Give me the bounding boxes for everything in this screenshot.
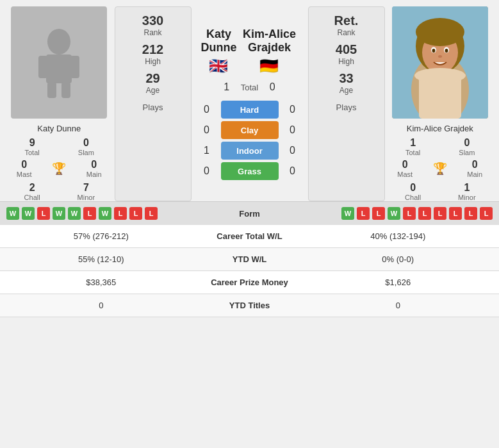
right-total: 1 Total	[388, 137, 439, 156]
grass-row: 0 Grass 0	[199, 162, 300, 180]
right-mast: 0 Mast	[397, 159, 413, 178]
left-rank: 330 Rank	[142, 13, 163, 37]
form-right-1: W	[341, 207, 354, 220]
right-high: 405 High	[336, 42, 357, 66]
left-name-top: Katy Dunne 🇬🇧	[199, 28, 239, 75]
form-left: W W L W W L W L L L	[6, 207, 220, 220]
clay-left: 0	[199, 124, 215, 136]
career-wl-right: 40% (132-194)	[307, 231, 489, 241]
ytd-wl-row: 55% (12-10) YTD W/L 0% (0-0)	[0, 248, 499, 271]
right-name-top: Kim-Alice Grajdek 🇩🇪	[238, 28, 300, 75]
grass-left: 0	[199, 165, 215, 177]
svg-rect-1	[46, 54, 72, 83]
hard-row: 0 Hard 0	[199, 101, 300, 119]
left-high: 212 High	[142, 42, 163, 66]
form-left-3: L	[37, 207, 50, 220]
form-left-1: W	[6, 207, 19, 220]
left-chall-minor: 2 Chall 7 Minor	[6, 182, 112, 201]
indoor-right: 0	[285, 145, 300, 156]
form-left-10: L	[145, 207, 158, 220]
form-right-7: L	[434, 207, 446, 220]
titles-label: YTD Titles	[192, 301, 307, 310]
left-player-col: Katy Dunne 9 Total 0 Slam 0 Mast 🏆	[6, 6, 112, 201]
svg-point-16	[416, 18, 464, 46]
grass-right: 0	[285, 165, 300, 177]
left-mast: 0 Mast	[17, 159, 32, 178]
form-right-8: L	[449, 207, 462, 220]
ytd-wl-right: 0% (0-0)	[307, 254, 489, 264]
hard-right: 0	[285, 104, 300, 115]
svg-point-13	[432, 49, 435, 53]
form-left-2: W	[22, 207, 35, 220]
right-flag: 🇩🇪	[238, 57, 300, 75]
total-label: Total	[241, 83, 258, 92]
form-right-4: W	[388, 207, 400, 220]
left-trophy-icon: 🏆	[52, 162, 66, 176]
right-stats-grid: 1 Total 0 Slam	[388, 137, 493, 156]
right-age: 33 Age	[339, 71, 353, 95]
clay-right: 0	[285, 124, 300, 136]
players-area: Katy Dunne 9 Total 0 Slam 0 Mast 🏆	[0, 0, 499, 201]
indoor-badge: Indoor	[221, 142, 279, 160]
form-left-6: L	[83, 207, 96, 220]
svg-point-14	[445, 49, 448, 53]
right-rank: Ret. Rank	[334, 13, 359, 37]
right-trophy-icon: 🏆	[433, 162, 447, 176]
svg-point-0	[47, 29, 70, 54]
svg-point-15	[438, 55, 442, 58]
total-left: 1	[219, 81, 234, 93]
total-row: 1 Total 0	[219, 81, 280, 93]
right-plays: Plays	[336, 103, 357, 112]
svg-rect-2	[38, 56, 47, 78]
career-wl-row: 57% (276-212) Career Total W/L 40% (132-…	[0, 225, 499, 248]
right-player-photo	[392, 6, 488, 119]
form-left-7: W	[99, 207, 111, 220]
left-minor: 7 Minor	[60, 182, 111, 201]
right-main: 0 Main	[467, 159, 482, 178]
right-slam: 0 Slam	[441, 137, 493, 156]
svg-rect-5	[61, 82, 70, 98]
right-chall-minor: 0 Chall 1 Minor	[388, 182, 493, 201]
left-slam: 0 Slam	[60, 137, 111, 156]
svg-rect-4	[47, 82, 56, 98]
left-total: 9 Total	[6, 137, 58, 156]
indoor-left: 1	[199, 145, 215, 156]
clay-row: 0 Clay 0	[199, 121, 300, 139]
hard-left: 0	[199, 104, 215, 115]
right-minor: 1 Minor	[441, 182, 493, 201]
right-player-col: Kim-Alice Grajdek 1 Total 0 Slam 0 Mast …	[388, 6, 493, 201]
left-plays: Plays	[143, 103, 163, 112]
right-chall: 0 Chall	[388, 182, 439, 201]
career-wl-label: Career Total W/L	[192, 231, 307, 241]
grass-badge: Grass	[221, 162, 279, 180]
left-player-photo	[11, 6, 107, 119]
left-trophy-row: 0 Mast 🏆 0 Main	[6, 159, 112, 178]
prize-label: Career Prize Money	[192, 278, 307, 287]
svg-rect-3	[70, 56, 79, 78]
form-right-3: L	[372, 207, 385, 220]
form-section: W W L W W L W L L L Form W L L W L L L L…	[0, 201, 499, 225]
clay-badge: Clay	[221, 121, 279, 139]
center-section: Katy Dunne 🇬🇧 Kim-Alice Grajdek 🇩🇪 1 Tot…	[194, 6, 306, 201]
form-label: Form	[224, 209, 275, 219]
right-player-name: Kim-Alice Grajdek	[407, 124, 473, 133]
prize-right: $1,626	[307, 278, 489, 287]
main-container: Katy Dunne 9 Total 0 Slam 0 Mast 🏆	[0, 0, 499, 317]
indoor-row: 1 Indoor 0	[199, 142, 300, 160]
ytd-wl-left: 55% (12-10)	[10, 254, 192, 264]
stats-rows: 57% (276-212) Career Total W/L 40% (132-…	[0, 225, 499, 317]
form-right-5: L	[403, 207, 416, 220]
form-right-2: L	[357, 207, 370, 220]
form-right: W L L W L L L L L L	[279, 207, 493, 220]
form-left-4: W	[53, 207, 65, 220]
left-middle-panel: 330 Rank 212 High 29 Age Plays	[115, 6, 192, 201]
kim-photo-svg	[392, 6, 488, 119]
titles-right: 0	[307, 301, 489, 310]
left-chall: 2 Chall	[6, 182, 58, 201]
svg-point-17	[414, 68, 466, 83]
form-left-8: L	[114, 207, 127, 220]
right-middle-panel: Ret. Rank 405 High 33 Age Plays	[308, 6, 385, 201]
left-player-name: Katy Dunne	[37, 124, 81, 133]
prize-row: $38,365 Career Prize Money $1,626	[0, 271, 499, 294]
form-left-5: W	[68, 207, 81, 220]
